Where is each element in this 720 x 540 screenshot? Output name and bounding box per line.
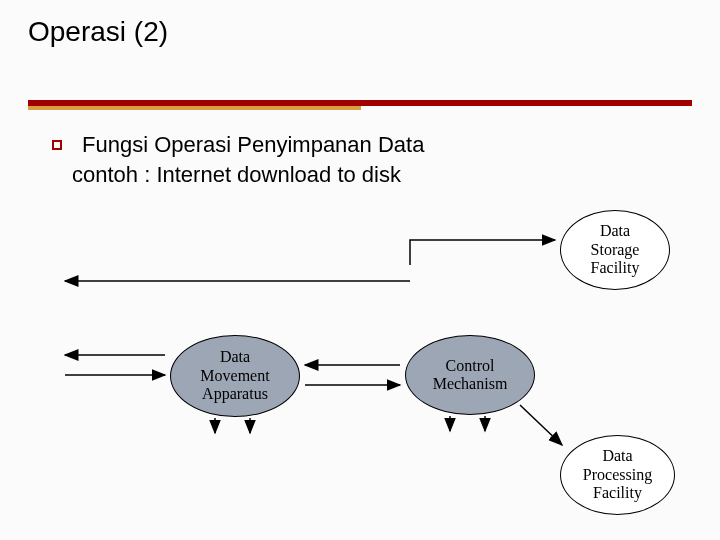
node-data-storage: DataStorageFacility: [560, 210, 670, 290]
svg-line-9: [520, 405, 562, 445]
node-control-mechanism: ControlMechanism: [405, 335, 535, 415]
slide-title: Operasi (2): [28, 16, 168, 48]
node-data-processing-label: DataProcessingFacility: [583, 447, 652, 502]
node-data-storage-label: DataStorageFacility: [591, 222, 640, 277]
node-data-movement-label: DataMovementApparatus: [200, 348, 269, 403]
bullet-line-1: Fungsi Operasi Penyimpanan Data: [82, 132, 424, 158]
bullet-line-2: contoh : Internet download to disk: [72, 162, 401, 188]
bullet-icon: [52, 140, 62, 150]
node-data-processing: DataProcessingFacility: [560, 435, 675, 515]
node-data-movement: DataMovementApparatus: [170, 335, 300, 417]
node-control-mechanism-label: ControlMechanism: [433, 357, 508, 394]
title-rule-accent: [28, 106, 361, 110]
